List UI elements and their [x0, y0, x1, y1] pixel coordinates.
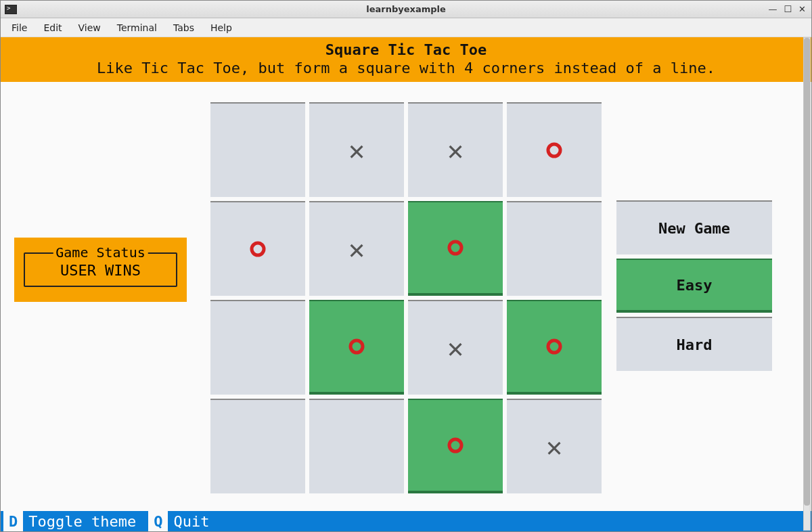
- board-cell[interactable]: [507, 300, 602, 395]
- close-icon[interactable]: ✕: [798, 4, 806, 14]
- menu-terminal[interactable]: Terminal: [110, 20, 164, 35]
- mark-o-icon: [248, 234, 267, 265]
- mark-o-icon: [347, 331, 366, 362]
- maximize-icon[interactable]: ☐: [784, 4, 792, 14]
- titlebar: learnbyexample — ☐ ✕: [1, 1, 811, 18]
- app-window: learnbyexample — ☐ ✕ File Edit View Term…: [0, 0, 812, 532]
- svg-point-4: [548, 340, 560, 353]
- board-cell[interactable]: [408, 399, 503, 493]
- menu-view[interactable]: View: [72, 20, 108, 35]
- svg-point-2: [449, 242, 461, 254]
- footer-label: Quit: [173, 513, 216, 530]
- mark-o-icon: [545, 135, 564, 166]
- side-panel: New GameEasyHard: [616, 200, 772, 371]
- footer-key[interactable]: Q: [148, 511, 168, 531]
- window-controls: — ☐ ✕: [768, 4, 806, 14]
- board-cell[interactable]: ✕: [309, 201, 404, 296]
- board-cell[interactable]: [507, 201, 602, 296]
- mark-x-icon: ✕: [447, 332, 464, 363]
- side-button-new-game[interactable]: New Game: [616, 200, 772, 254]
- app-area: Square Tic Tac Toe Like Tic Tac Toe, but…: [1, 37, 811, 531]
- mark-o-icon: [446, 430, 465, 461]
- footer-label: Toggle theme: [28, 513, 143, 530]
- mark-x-icon: ✕: [348, 135, 365, 166]
- board-cell[interactable]: ✕: [408, 300, 503, 395]
- window-title: learnbyexample: [366, 4, 446, 14]
- board-cell[interactable]: [507, 102, 602, 197]
- header-banner: Square Tic Tac Toe Like Tic Tac Toe, but…: [1, 37, 811, 82]
- board-cell[interactable]: ✕: [309, 102, 404, 197]
- footer-key[interactable]: D: [3, 511, 23, 531]
- mark-x-icon: ✕: [348, 234, 365, 265]
- game-title: Square Tic Tac Toe: [3, 41, 809, 58]
- content-row: Game Status USER WINS ✕✕✕✕✕ New GameEasy…: [1, 82, 811, 511]
- svg-point-0: [548, 144, 560, 156]
- board-cell[interactable]: [210, 399, 305, 493]
- menu-tabs[interactable]: Tabs: [166, 20, 201, 35]
- status-fieldset: Game Status USER WINS: [24, 252, 177, 287]
- scrollbar-thumb[interactable]: [804, 38, 810, 506]
- side-button-hard[interactable]: Hard: [616, 317, 772, 371]
- status-legend: Game Status: [53, 244, 148, 261]
- menu-edit[interactable]: Edit: [37, 20, 68, 35]
- mark-x-icon: ✕: [447, 135, 464, 166]
- side-button-easy[interactable]: Easy: [616, 259, 772, 313]
- footer-bar: DToggle themeQQuit: [1, 511, 811, 531]
- scrollbar[interactable]: [803, 37, 811, 531]
- board-cell[interactable]: [408, 201, 503, 296]
- mark-o-icon: [446, 232, 465, 263]
- board-cell[interactable]: [210, 102, 305, 197]
- mark-o-icon: [545, 331, 564, 362]
- game-subtitle: Like Tic Tac Toe, but form a square with…: [3, 60, 809, 76]
- game-board: ✕✕✕✕✕: [210, 102, 596, 493]
- board-cell[interactable]: [210, 201, 305, 296]
- board-cell[interactable]: [309, 399, 404, 493]
- svg-point-5: [449, 439, 461, 451]
- menu-help[interactable]: Help: [204, 20, 239, 35]
- terminal-icon: [5, 5, 17, 14]
- status-text: USER WINS: [29, 262, 172, 279]
- board-cell[interactable]: [210, 300, 305, 395]
- svg-point-3: [351, 340, 363, 353]
- mark-x-icon: ✕: [546, 431, 562, 462]
- status-panel: Game Status USER WINS: [14, 238, 187, 302]
- board-cell[interactable]: [309, 300, 404, 395]
- board-cell[interactable]: ✕: [408, 102, 503, 197]
- menubar: File Edit View Terminal Tabs Help: [1, 18, 811, 37]
- board-cell[interactable]: ✕: [507, 399, 602, 493]
- minimize-icon[interactable]: —: [768, 4, 777, 14]
- menu-file[interactable]: File: [5, 20, 34, 35]
- svg-point-1: [252, 243, 264, 255]
